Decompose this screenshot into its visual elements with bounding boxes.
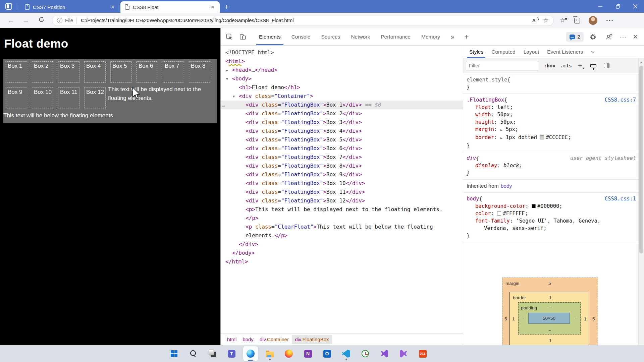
dom-tree-node[interactable]: <div class="FloatingBox">Box 7</div> (221, 153, 463, 162)
add-panel-icon[interactable]: + (460, 28, 474, 45)
inherited-from-link[interactable]: body (501, 183, 512, 189)
favorites-icon[interactable]: ☆ (560, 17, 566, 23)
taskbar-start-icon[interactable] (167, 346, 181, 361)
taskbar-file-explorer-icon[interactable] (262, 346, 277, 361)
css-rule-div[interactable]: div {user agent stylesheetdisplay: block… (463, 152, 639, 180)
styles-more-tabs-icon[interactable]: » (587, 46, 598, 58)
css-declaration[interactable]: font-family: 'Segoe UI', Tahoma, Geneva, (467, 217, 636, 225)
expand-arrow-icon[interactable]: ▶ (226, 66, 228, 75)
styles-tab-layout[interactable]: Layout (520, 46, 543, 58)
taskbar-vscode-icon[interactable] (339, 346, 354, 361)
css-declaration[interactable]: float: left; (467, 104, 636, 111)
dom-tree-node[interactable]: </html> (221, 257, 463, 266)
devtools-close-icon[interactable]: × (630, 32, 641, 42)
browser-tab-2[interactable]: CSS8 Float× (120, 1, 220, 13)
settings-menu-icon[interactable]: ··· (606, 16, 614, 24)
dom-tree-node[interactable]: <div class="FloatingBox">Box 5</div> (221, 135, 463, 144)
css-declaration[interactable]: background-color: #000000; (467, 202, 636, 210)
taskbar-app-20-1-icon[interactable]: 20.1 (415, 346, 430, 361)
forward-icon[interactable]: → (22, 16, 30, 24)
devtools-tab-network[interactable]: Network (345, 28, 375, 45)
new-tab-button[interactable]: + (224, 3, 229, 11)
dom-tree-node[interactable]: <div class="FloatingBox">Box 8</div> (221, 162, 463, 170)
dom-tree-node[interactable]: <!DOCTYPE html> (221, 48, 463, 57)
tab-close-icon[interactable]: × (109, 4, 116, 10)
dom-tree-node[interactable]: </body> (221, 249, 463, 257)
breadcrumb-item-div.FloatingBox[interactable]: div.FloatingBox (292, 335, 332, 344)
back-icon[interactable]: ← (7, 16, 14, 24)
devtools-tab-console[interactable]: Console (286, 28, 316, 45)
styles-tab-computed[interactable]: Computed (487, 46, 520, 58)
add-favorite-icon[interactable]: ☆ (543, 17, 549, 23)
dom-tree-node[interactable]: <p class="ClearFloat">This text will be … (221, 223, 463, 231)
taskbar-onenote-icon[interactable]: N (301, 346, 315, 361)
taskbar-search-icon[interactable] (186, 346, 201, 361)
dom-tree-node[interactable]: </div> (221, 240, 463, 249)
device-toolbar-icon[interactable] (236, 28, 250, 45)
address-bar[interactable]: i File C:/Projects/Training/DFLC%20WebAp… (52, 15, 554, 26)
breadcrumb-item-body[interactable]: body (239, 335, 257, 344)
color-swatch[interactable] (540, 135, 544, 139)
dom-tree-node[interactable]: <div class="FloatingBox">Box 11</div> (221, 188, 463, 196)
tab-close-icon[interactable]: × (209, 4, 216, 10)
close-button[interactable] (627, 0, 644, 13)
dom-tree-node[interactable]: </p> (221, 214, 463, 223)
dom-tree-node[interactable]: ▼<body> (221, 74, 463, 83)
toggle-hover-state[interactable]: :hov (544, 63, 555, 68)
devtools-tab-memory[interactable]: Memory (416, 28, 445, 45)
devtools-tab-elements[interactable]: Elements (254, 28, 286, 45)
color-swatch[interactable] (497, 212, 501, 216)
css-declaration[interactable]: height: 50px; (467, 118, 636, 126)
issues-badge[interactable]: 2 (566, 32, 583, 42)
profile-avatar[interactable] (589, 16, 597, 25)
breadcrumb-item-div.Container[interactable]: div.Container (257, 335, 292, 344)
taskbar-visual-studio-2-icon[interactable] (396, 346, 411, 361)
styles-tab-styles[interactable]: Styles (465, 46, 487, 58)
new-style-rule-icon[interactable]: + (578, 61, 582, 70)
stylesheet-link[interactable]: user agent stylesheet (570, 155, 636, 162)
dom-tree-node[interactable]: ▶<head>…</head> (221, 66, 463, 74)
more-tabs-icon[interactable]: » (445, 28, 460, 45)
css-declaration[interactable]: width: 50px; (467, 111, 636, 118)
refresh-icon[interactable] (38, 16, 45, 24)
dom-tree-node[interactable]: <div class="FloatingBox">Box 9</div> (221, 170, 463, 179)
css-rule--FloatingBox[interactable]: .FloatingBox {CSS8.css:7float: left;widt… (463, 94, 639, 152)
stylesheet-link[interactable]: CSS8.css:1 (605, 195, 636, 202)
taskbar-teams-icon[interactable]: T (224, 346, 239, 361)
css-declaration[interactable]: color: #FFFFFF; (467, 210, 636, 217)
dom-tree-node[interactable]: ▼<div class="Container"> (221, 92, 463, 101)
collapse-panel-icon[interactable] (604, 63, 609, 68)
taskbar-clock-app-icon[interactable] (358, 346, 373, 361)
dom-tree-node[interactable]: <div class="FloatingBox">Box 12</div> (221, 196, 463, 205)
workspaces-icon[interactable] (5, 3, 12, 10)
taskbar-visual-studio-icon[interactable] (377, 346, 392, 361)
devtools-tab-sources[interactable]: Sources (316, 28, 346, 45)
dom-tree-node[interactable]: <div class="FloatingBox">Box 6</div> (221, 144, 463, 153)
taskbar-firefox-icon[interactable] (281, 346, 296, 361)
dom-tree-node[interactable]: elements.</p> (221, 231, 463, 240)
dom-tree-node[interactable]: <h1>Float demo</h1> (221, 83, 463, 92)
feedback-icon[interactable] (602, 34, 616, 40)
css-rule-element-style[interactable]: element.style {} (463, 74, 639, 94)
stylesheet-link[interactable]: CSS8.css:7 (605, 96, 636, 104)
page-info-icon[interactable]: i (57, 18, 62, 23)
taskbar-task-view-icon[interactable] (205, 346, 220, 361)
devtools-tab-performance[interactable]: Performance (375, 28, 416, 45)
paint-roller-icon[interactable] (590, 64, 596, 67)
css-declaration[interactable]: margin: ▶ 5px; (467, 126, 636, 134)
css-declaration[interactable]: display: block; (467, 162, 636, 169)
styles-scrollbar[interactable] (638, 58, 644, 345)
taskbar-outlook-icon[interactable]: O (320, 346, 334, 361)
dom-tree-node[interactable]: <div class="FloatingBox">Box 3</div> (221, 118, 463, 127)
devtools-more-icon[interactable]: ··· (619, 33, 628, 41)
box-model-diagram[interactable]: 50×50 margin 5 border 1 padding − 5 1 − … (502, 278, 598, 345)
read-aloud-icon[interactable]: A (532, 18, 536, 23)
dom-tree-node[interactable]: <html> (221, 57, 463, 66)
css-rule-body[interactable]: body {CSS8.css:1background-color: #00000… (463, 193, 639, 242)
dom-tree-node[interactable]: …<div class="FloatingBox">Box 1</div> ==… (221, 101, 463, 109)
inspect-element-icon[interactable] (223, 28, 236, 45)
dom-tree-node[interactable]: <div class="FloatingBox">Box 4</div> (221, 127, 463, 135)
taskbar-edge-icon[interactable] (243, 346, 258, 361)
css-declaration[interactable]: border: ▶ 1px dotted #CCCCCC; (467, 134, 636, 142)
dom-tree-node[interactable]: <div class="FloatingBox">Box 10</div> (221, 179, 463, 188)
